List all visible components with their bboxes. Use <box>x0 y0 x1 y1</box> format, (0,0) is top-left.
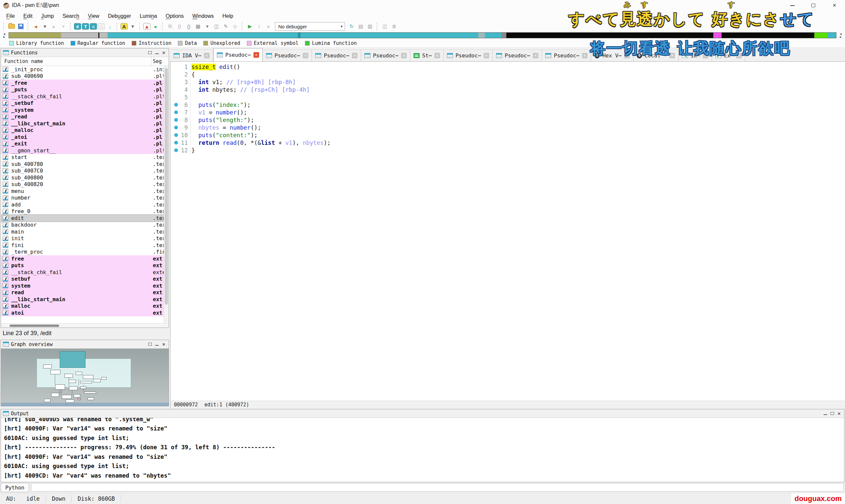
breakpoint-icon[interactable] <box>171 133 178 137</box>
tab-close-icon[interactable]: × <box>253 52 259 58</box>
function-row[interactable]: ffini.tex <box>1 242 169 249</box>
output-log[interactable]: 6010AC: using guessed type int list;[hrt… <box>1 418 844 482</box>
function-row[interactable]: fsystemext <box>1 282 169 289</box>
column-function-name[interactable]: Function name <box>1 57 152 66</box>
menu-lumina[interactable]: Lumina <box>135 11 161 21</box>
pseudocode-line[interactable]: 12} <box>171 146 845 154</box>
pseudocode-line[interactable]: 2{ <box>171 71 845 78</box>
tab-close-icon[interactable]: × <box>401 53 407 58</box>
structs-button[interactable]: ▯ <box>175 22 184 30</box>
functions-float-icon[interactable] <box>148 51 152 54</box>
tab-pseudoc[interactable]: Pseudoc⋯× <box>312 50 361 61</box>
pseudocode-line[interactable]: 4 int nbytes; // [rsp+Ch] [rbp-4h] <box>171 86 845 93</box>
tab-close-icon[interactable]: × <box>352 53 357 58</box>
function-row[interactable]: fsub_400780.tex <box>1 161 169 167</box>
function-row[interactable]: f__stack_chk_failexte <box>1 269 169 276</box>
functions-close-icon[interactable]: × <box>162 50 165 55</box>
tab-local[interactable]: 0Local ⋯× <box>633 50 679 61</box>
function-row[interactable]: f_puts.pl <box>1 86 169 93</box>
navband-right-arrows[interactable]: ◄ ► <box>837 33 845 38</box>
edit-button[interactable]: ✎ <box>222 22 230 30</box>
copy-button[interactable]: ⎘ <box>166 22 175 30</box>
functions-panel-title[interactable]: Functions × <box>1 49 169 57</box>
tab-pseudoc[interactable]: Pseudoc⋯× <box>493 50 542 61</box>
functions-column-header[interactable]: Function name Seg <box>1 57 169 66</box>
breakpoint-icon[interactable] <box>171 103 178 107</box>
function-row[interactable]: f__stack_chk_fail.plt <box>1 93 169 100</box>
jump-down-button[interactable]: ↓ <box>106 22 114 30</box>
refresh-button[interactable]: ↻ <box>347 22 356 30</box>
functions-list[interactable]: f_init_proc.inifsub_400690.pltf_free.plf… <box>1 66 169 323</box>
functions-restore-icon[interactable] <box>155 51 159 54</box>
debugger-select[interactable]: No debugger▾ <box>275 22 345 31</box>
function-row[interactable]: freadext <box>1 289 169 296</box>
grid-button[interactable]: ▦ <box>194 22 203 30</box>
navband-left-arrows[interactable]: ◄ ► <box>0 33 8 38</box>
tab-ex[interactable]: Ex⋯× <box>712 50 745 61</box>
breakpoint-icon[interactable] <box>171 148 178 152</box>
tab-close-icon[interactable]: × <box>624 53 630 58</box>
tab-close-icon[interactable]: × <box>736 53 742 58</box>
eraser-button[interactable]: ◇ <box>231 22 239 30</box>
menu-debugger[interactable]: Debugger <box>104 11 135 21</box>
function-row[interactable]: fmain.tex <box>1 228 169 235</box>
scrollbar-thumb[interactable] <box>165 68 168 305</box>
function-row[interactable]: fatoiext <box>1 309 169 316</box>
function-row[interactable]: fsub_400820.tex <box>1 181 169 188</box>
function-row[interactable]: fadd.tex <box>1 201 169 208</box>
pseudocode-line[interactable]: 10 puts("content:"); <box>171 131 845 139</box>
tab-close-icon[interactable]: × <box>434 53 440 58</box>
braces-button[interactable]: {} <box>184 22 193 30</box>
grid-dropdown[interactable]: ▾ <box>203 22 212 30</box>
debug-pause-button[interactable]: ‖ <box>255 22 263 30</box>
jump-xref-button[interactable]: → <box>98 23 105 30</box>
breakpoint-button[interactable]: ▲ <box>143 23 151 30</box>
tab-close-icon[interactable]: × <box>669 53 675 58</box>
function-row[interactable]: fnumber.tex <box>1 195 169 201</box>
nav-forward-button[interactable]: ► <box>50 22 58 30</box>
output-minimize-icon[interactable] <box>824 412 827 415</box>
tab-pseudoc[interactable]: Pseudoc⋯× <box>444 50 493 61</box>
function-row[interactable]: fedit.tex <box>1 215 169 222</box>
minimize-button[interactable] <box>781 0 803 11</box>
function-row[interactable]: f__libc_start_mainext <box>1 296 169 303</box>
tab-pseudoc[interactable]: Pseudoc⋯× <box>263 50 312 61</box>
navband-scroll-right-icon[interactable]: ► <box>3 36 6 38</box>
navigation-band[interactable] <box>8 32 837 38</box>
menu-windows[interactable]: Windows <box>188 11 218 21</box>
open-file-button[interactable] <box>7 22 16 30</box>
menu-options[interactable]: Options <box>161 11 188 21</box>
tab-pseudoc[interactable]: Pseudoc⋯× <box>542 50 591 61</box>
breakpoint-icon[interactable] <box>171 118 178 122</box>
breakpoint-icon[interactable] <box>171 141 178 144</box>
navband-scroll-left-icon[interactable]: ◄ <box>3 33 6 35</box>
function-row[interactable]: fsub_4007C0.tex <box>1 167 169 175</box>
maximize-button[interactable] <box>803 0 824 11</box>
output-panel-title[interactable]: Output × <box>1 409 844 418</box>
menu-search[interactable]: Search <box>58 11 84 21</box>
graph-restore-icon[interactable] <box>155 343 159 346</box>
function-row[interactable]: fmallocext <box>1 303 169 310</box>
output-close-icon[interactable]: × <box>838 411 841 416</box>
close-button[interactable]: × <box>824 0 845 11</box>
debug-stop-button[interactable]: ■ <box>264 22 272 30</box>
jump-text-button[interactable]: T <box>82 23 89 30</box>
functions-vscrollbar[interactable] <box>164 66 169 323</box>
function-row[interactable]: fstart.tex <box>1 154 169 161</box>
graph-overview-canvas[interactable] <box>1 349 169 406</box>
python-input[interactable] <box>31 483 844 491</box>
menu-view[interactable]: View <box>84 11 104 21</box>
menu-edit[interactable]: Edit <box>19 11 37 21</box>
breakpoint-icon[interactable] <box>171 110 178 114</box>
tool-rows-button[interactable]: ▥ <box>366 22 374 30</box>
nav-back-button[interactable]: ◄ <box>31 22 40 30</box>
pseudocode-line[interactable]: 6 puts("index:"); <box>171 101 845 109</box>
function-row[interactable]: fsub_400690.plt <box>1 73 169 80</box>
pseudocode-view[interactable]: 1ssize_t edit()2{3 int v1; // [rsp+8h] [… <box>170 62 845 401</box>
function-row[interactable]: f_malloc.pl <box>1 127 169 134</box>
output-float-icon[interactable] <box>830 412 834 415</box>
tab-st[interactable]: St⋯× <box>410 50 444 61</box>
function-row[interactable]: f_setbuf.pl <box>1 100 169 107</box>
pseudocode-line[interactable]: 1ssize_t edit() <box>171 63 845 71</box>
tab-close-icon[interactable]: × <box>703 53 708 58</box>
